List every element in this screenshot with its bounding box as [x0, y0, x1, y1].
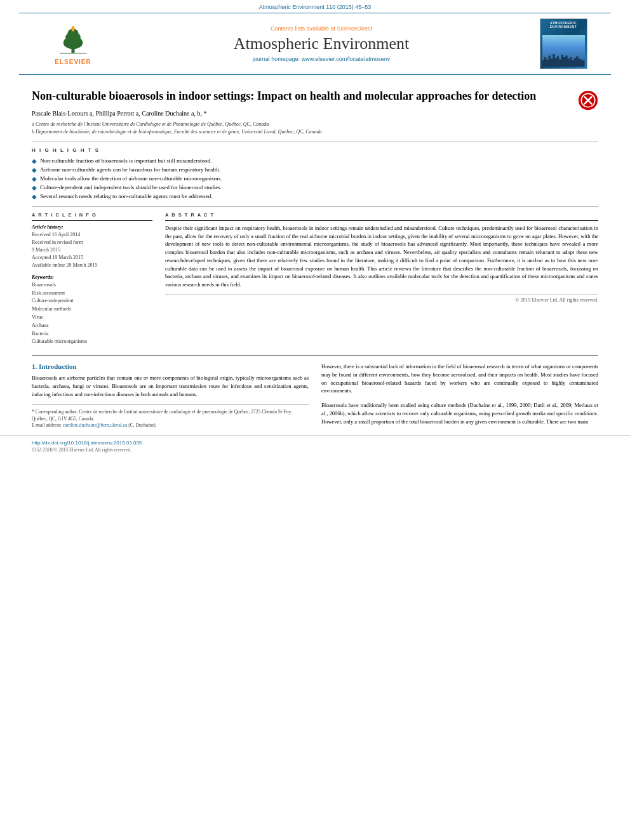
- keyword-7: Culturable microorganisms: [32, 338, 152, 346]
- cover-title-text: ATMOSPHERICENVIRONMENT: [550, 21, 577, 29]
- paper-content: CrossMark Non-culturable bioaerosols in …: [0, 75, 630, 429]
- elsevier-logo-area: ELSEVIER: [38, 22, 108, 65]
- journal-homepage: journal homepage: www.elsevier.com/locat…: [108, 56, 535, 62]
- keyword-0: Bioaerosols: [32, 281, 152, 290]
- abstract-label: A B S T R A C T: [165, 212, 598, 218]
- received-revised-date: 9 March 2015: [32, 246, 152, 254]
- intro-para-1: Bioaerosols are airborne particles that …: [32, 374, 309, 398]
- intro-columns: 1. Introduction Bioaerosols are airborne…: [32, 363, 598, 429]
- bullet-icon: ◆: [32, 166, 37, 174]
- footnote-email: E-mail address: caroline.duchaine@bcm.ul…: [32, 422, 309, 429]
- intro-para-right-1: However, there is a substantial lack of …: [321, 363, 598, 395]
- svg-point-4: [71, 26, 74, 31]
- article-info-label: A R T I C L E I N F O: [32, 212, 152, 218]
- abstract-col: A B S T R A C T Despite their significan…: [165, 212, 598, 346]
- email-link[interactable]: caroline.duchaine@bcm.ulaval.ca: [63, 422, 128, 428]
- abstract-divider: [165, 220, 598, 221]
- bullet-icon: ◆: [32, 193, 37, 201]
- received-revised-label: Received in revised form: [32, 239, 152, 246]
- article-info-col: A R T I C L E I N F O Article history: R…: [32, 212, 152, 346]
- keyword-5: Archaea: [32, 322, 152, 330]
- article-history-subhead: Article history:: [32, 224, 152, 230]
- authors-text: Pascale Blais-Lecours a, Phillipa Perrot…: [32, 110, 206, 117]
- introduction-section: 1. Introduction Bioaerosols are airborne…: [32, 356, 598, 429]
- keyword-3: Molecular methods: [32, 305, 152, 314]
- svg-text:CrossMark: CrossMark: [581, 106, 595, 109]
- article-info-divider: [32, 206, 598, 207]
- intro-left-col: 1. Introduction Bioaerosols are airborne…: [32, 363, 309, 429]
- keywords-section: Keywords: Bioaerosols Risk assessment Cu…: [32, 274, 152, 346]
- highlight-item-2: ◆Airborne non-culturable agents can be h…: [32, 166, 598, 175]
- bottom-links-area: http://dx.doi.org/10.1016/j.atmosenv.201…: [0, 436, 630, 457]
- issn-text: 1352-2310/© 2015 Elsevier Ltd. All right…: [32, 447, 598, 453]
- journal-cover-area: ATMOSPHERICENVIRONMENT: [535, 18, 592, 69]
- highlight-item-3: ◆Molecular tools allow the detection of …: [32, 175, 598, 183]
- journal-title: Atmospheric Environment: [108, 34, 535, 53]
- journal-header: ELSEVIER Contents lists available at Sci…: [19, 13, 611, 75]
- highlights-list: ◆Non-culturable fraction of bioaerosols …: [32, 157, 598, 201]
- keyword-1: Risk assessment: [32, 290, 152, 298]
- journal-cover-image: ATMOSPHERICENVIRONMENT: [540, 18, 587, 69]
- authors-line: Pascale Blais-Lecours a, Phillipa Perrot…: [32, 110, 598, 117]
- article-dates: Received 16 April 2014 Received in revis…: [32, 231, 152, 269]
- elsevier-wordmark: ELSEVIER: [55, 58, 91, 65]
- keyword-6: Bacteria: [32, 330, 152, 338]
- highlight-item-4: ◆Culture-dependent and independent tools…: [32, 183, 598, 192]
- paper-title: Non-culturable bioaerosols in indoor set…: [32, 89, 598, 103]
- copyright-text: © 2015 Elsevier Ltd. All rights reserved…: [165, 294, 598, 303]
- article-info-abstract: A R T I C L E I N F O Article history: R…: [32, 212, 598, 346]
- keywords-label: Keywords:: [32, 274, 152, 280]
- city-skyline-icon: [542, 51, 585, 67]
- highlights-label: H I G H L I G H T S: [32, 147, 598, 153]
- available-date: Available online 20 March 2015: [32, 262, 152, 269]
- highlight-item-1: ◆Non-culturable fraction of bioaerosols …: [32, 157, 598, 166]
- bullet-icon: ◆: [32, 184, 37, 192]
- footnote-area: * Corresponding author. Centre de recher…: [32, 404, 309, 429]
- cover-illustration: [542, 35, 585, 67]
- intro-para-right-2: Bioaerosols have traditionally been stud…: [321, 401, 598, 425]
- intro-heading: 1. Introduction: [32, 363, 309, 370]
- info-divider: [32, 220, 152, 221]
- top-citation: Atmospheric Environment 110 (2015) 45–53: [0, 0, 630, 13]
- abstract-text: Despite their significant impact on resp…: [165, 224, 598, 289]
- bullet-icon: ◆: [32, 175, 37, 183]
- footnote-corresponding: * Corresponding author. Centre de recher…: [32, 409, 309, 422]
- affiliation-b: b Département de biochimie, de microbiol…: [32, 128, 598, 135]
- affiliations: a Centre de recherche de l'Institut Univ…: [32, 121, 598, 135]
- accepted-date: Accepted 19 March 2015: [32, 254, 152, 262]
- keyword-4: Virus: [32, 314, 152, 322]
- crossmark-badge[interactable]: CrossMark: [578, 90, 598, 112]
- affiliation-a: a Centre de recherche de l'Institut Univ…: [32, 121, 598, 128]
- highlight-item-5: ◆Several research needs relating to non-…: [32, 192, 598, 201]
- doi-link[interactable]: http://dx.doi.org/10.1016/j.atmosenv.201…: [32, 440, 598, 446]
- highlights-divider: [32, 142, 598, 142]
- crossmark-icon: CrossMark: [578, 90, 598, 110]
- sciencedirect-link[interactable]: Contents lists available at ScienceDirec…: [108, 25, 535, 32]
- keyword-2: Culture-independent: [32, 297, 152, 305]
- elsevier-tree-icon: [54, 22, 92, 57]
- keywords-list: Bioaerosols Risk assessment Culture-inde…: [32, 281, 152, 346]
- journal-header-center: Contents lists available at ScienceDirec…: [108, 25, 535, 62]
- intro-right-col: However, there is a substantial lack of …: [321, 363, 598, 429]
- received-date: Received 16 April 2014: [32, 231, 152, 239]
- svg-point-5: [72, 50, 74, 52]
- bullet-icon: ◆: [32, 157, 37, 165]
- journal-citation-text: Atmospheric Environment 110 (2015) 45–53: [259, 4, 372, 10]
